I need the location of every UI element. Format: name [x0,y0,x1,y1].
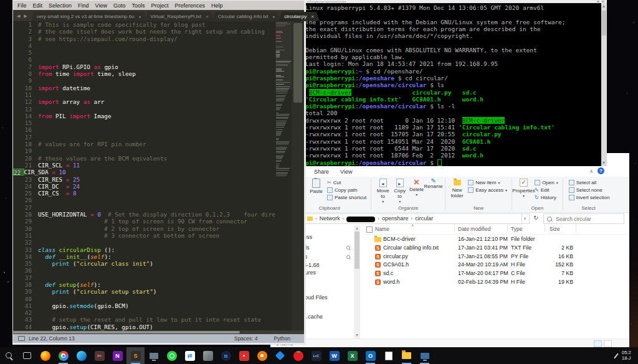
new-folder-button[interactable]: New folder [449,178,465,205]
ribbon-tab-view[interactable]: View [340,169,352,175]
generic-gray-app-button[interactable] [199,347,217,364]
easy-access-button[interactable]: Easy access ▾ [468,187,507,193]
scrollbar-thumb[interactable] [602,11,606,35]
edit-button[interactable]: ✎ Edit [535,187,558,193]
menu-goto[interactable]: Goto [110,2,129,9]
editor-horizontal-scrollbar[interactable] [13,330,304,334]
refresh-button[interactable]: ↻ [531,213,540,223]
taskbar-clock[interactable]: 05:2 18-J [622,350,638,361]
maximize-icon[interactable] [602,1,604,2]
details-view-toggle[interactable] [594,340,602,347]
code-editor[interactable]: 1# This is sample code specifically for … [13,21,304,330]
close-tab-icon[interactable]: × [311,14,314,19]
history-button[interactable]: ↻ History [535,195,558,200]
sublime-text-button[interactable]: S [126,347,145,364]
thumbnails-view-toggle[interactable] [604,340,612,347]
teamviewer-button[interactable]: ⇄ [181,347,199,364]
delete-button[interactable]: ✕ Delete▾ [408,178,425,205]
edge-button[interactable] [72,347,90,364]
scroll-down-icon[interactable] [356,334,358,337]
column-date-modified[interactable]: Date modified [458,226,490,232]
copy-path-button[interactable]: Copy path [327,187,366,193]
indentation-setting[interactable]: Spaces: 4 [234,335,258,342]
raspberry-button[interactable] [289,347,307,364]
nordvpn-button[interactable]: n [217,347,235,364]
select-checkbox[interactable] [366,226,373,233]
scrollbar-thumb[interactable] [293,23,302,103]
libreoffice-button[interactable] [379,347,398,364]
scrollbar-thumb[interactable] [355,231,359,269]
editor-tab[interactable]: Virtual_RaspberryPi.txt× [145,12,214,21]
crumb-circular[interactable]: circular [415,215,433,222]
lightroom-classic-button[interactable]: LrC [307,347,325,364]
search-button[interactable] [0,347,18,364]
collapse-ribbon-icon[interactable]: ∧ [589,169,593,174]
open-button[interactable]: Open ▾ [535,180,558,185]
file-row[interactable]: Scircular.py17-Jan-21 08:55 PMPY File16 … [364,252,628,261]
dirty-dot-icon[interactable]: ● [273,15,275,19]
sublime-text-window[interactable]: FileEditSelectionFindViewGotoToolsProjec… [12,0,306,345]
dirty-dot-icon[interactable]: ● [139,15,141,19]
firefox-button[interactable] [36,347,54,364]
pen-icon[interactable] [614,353,619,358]
scroll-up-icon[interactable] [602,5,605,7]
editor-tab[interactable]: very small king 2 vs v3 at time timestam… [31,12,147,21]
blue-diamond-app-button[interactable] [271,347,289,364]
move-to-button[interactable]: ◄ Move to▾ [374,178,391,205]
column-type[interactable]: Type [511,226,522,232]
paste-button[interactable]: Paste [308,178,325,205]
file-row[interactable]: SCircular cabling info.txt17-Jan-21 03:4… [364,243,628,252]
red-shield-app-button[interactable]: • [235,347,253,364]
putty-button[interactable] [416,347,434,364]
rename-button[interactable]: ✎ Rename [425,178,442,205]
remote-desktop-button[interactable] [145,347,163,364]
outlook-button[interactable]: O [361,347,379,364]
close-tab-icon[interactable]: × [206,14,209,19]
scrollbar-thumb[interactable] [13,331,240,334]
sidebar-item[interactable]: s.cache [303,314,323,320]
column-name[interactable]: Name [375,226,389,232]
onenote-button[interactable]: N [108,347,126,364]
file-row[interactable]: Ssd.c17-Mar-20 04:17 PMC File7 KB [364,269,628,278]
copy-to-button[interactable]: ► Copy to▾ [391,178,408,205]
word-button[interactable]: W [325,347,343,364]
new-item-button[interactable]: New item ▾ [468,180,507,185]
minimap[interactable] [275,21,292,330]
column-size[interactable]: Size [550,226,560,232]
paste-shortcut-button[interactable]: Paste shortcut [327,195,366,200]
sidebar-item[interactable]: loud Files [303,294,328,301]
editor-vertical-scrollbar[interactable] [292,21,304,330]
properties-button[interactable]: ✓ Properties▾ [515,178,532,205]
file-row[interactable]: SGC9A01.h24-Mar-20 10:19 AMH File152 KB [364,260,628,269]
menu-find[interactable]: Find [75,2,92,9]
terminal-scrollbar[interactable] [601,3,607,166]
menu-help[interactable]: Help [208,2,226,9]
file-row[interactable]: Sword.h02-Feb-12 04:39 PMH File19 KB [364,278,628,286]
menu-view[interactable]: View [92,2,110,9]
tab-scroll-icons[interactable]: ◀ ▶ [13,14,31,21]
excel-button[interactable]: X [343,347,361,364]
blender-button[interactable] [253,347,271,364]
crumb-network[interactable]: Network [320,215,340,222]
select-all-button[interactable]: Select all [569,180,610,185]
cut-button[interactable]: ✂ Cut [327,180,366,185]
minimize-icon[interactable] [597,1,599,2]
menu-tools[interactable]: Tools [128,2,148,9]
chrome-button[interactable] [54,347,72,364]
menu-edit[interactable]: Edit [30,2,46,9]
menu-file[interactable]: File [14,2,30,9]
menu-project[interactable]: Project [148,2,171,9]
tab-overflow-icon[interactable]: ▼ [298,14,302,19]
task-view-button[interactable] [18,347,36,364]
crumb-openshare[interactable]: openshare [382,215,409,222]
editor-tab[interactable]: Circular cabling info.txt● [212,12,281,21]
search-input[interactable] [555,215,619,223]
terminal-output[interactable]: Linux raspberrypi 5.4.83+ #1379 Mon Dec … [303,3,607,166]
ribbon-tab-share[interactable]: Share [314,169,329,175]
scroll-up-icon[interactable] [356,227,358,230]
help-icon[interactable]: ? [598,167,604,174]
whatsapp-button[interactable] [163,347,181,364]
menu-selection[interactable]: Selection [45,2,75,9]
terminal-window[interactable]: pi@raspberrypi:/openshare/circular Linux… [303,0,607,166]
file-row[interactable]: BCM-c-driver16-Jan-21 12:10 PMFile folde… [364,235,628,243]
